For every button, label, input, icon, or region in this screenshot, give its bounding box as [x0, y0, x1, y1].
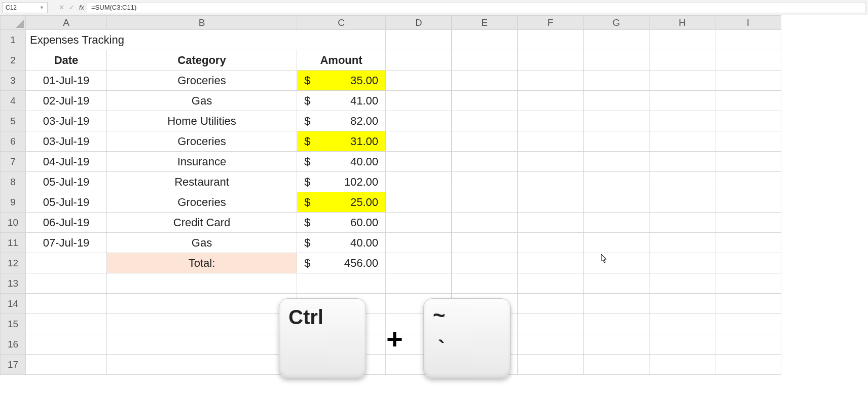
empty-cell[interactable]	[386, 172, 452, 192]
empty-cell[interactable]	[649, 50, 715, 71]
empty-cell[interactable]	[107, 355, 297, 375]
cell-category[interactable]: Groceries	[107, 131, 297, 152]
column-header-A[interactable]: A	[26, 16, 107, 30]
cancel-formula-icon[interactable]: ✕	[56, 4, 66, 11]
empty-cell[interactable]	[452, 233, 518, 253]
spreadsheet-grid[interactable]: ABCDEFGHI 1Expenses Tracking2DateCategor…	[0, 15, 868, 375]
cell-date[interactable]: 05-Jul-19	[26, 192, 107, 213]
cell-amount[interactable]: $31.00	[297, 131, 386, 152]
empty-cell[interactable]	[26, 253, 107, 273]
total-label[interactable]: Total:	[107, 253, 297, 273]
cell-date[interactable]: 03-Jul-19	[26, 111, 107, 131]
empty-cell[interactable]	[518, 314, 584, 334]
empty-cell[interactable]	[715, 50, 781, 71]
row-header-9[interactable]: 9	[1, 192, 26, 213]
empty-cell[interactable]	[297, 334, 386, 355]
column-header-D[interactable]: D	[386, 16, 452, 30]
empty-cell[interactable]	[715, 253, 781, 273]
column-header-E[interactable]: E	[452, 16, 518, 30]
empty-cell[interactable]	[452, 152, 518, 172]
cell-amount[interactable]: $35.00	[297, 71, 386, 91]
empty-cell[interactable]	[518, 91, 584, 111]
empty-cell[interactable]	[715, 192, 781, 213]
row-header-13[interactable]: 13	[1, 273, 26, 294]
cell-amount[interactable]: $40.00	[297, 152, 386, 172]
empty-cell[interactable]	[452, 314, 518, 334]
empty-cell[interactable]	[715, 131, 781, 152]
empty-cell[interactable]	[715, 152, 781, 172]
cell-category[interactable]: Groceries	[107, 192, 297, 213]
empty-cell[interactable]	[518, 30, 584, 50]
empty-cell[interactable]	[715, 314, 781, 334]
empty-cell[interactable]	[297, 314, 386, 334]
empty-cell[interactable]	[452, 30, 518, 50]
empty-cell[interactable]	[518, 334, 584, 355]
cell-category[interactable]: Insurance	[107, 152, 297, 172]
select-all-corner[interactable]	[1, 16, 26, 30]
empty-cell[interactable]	[584, 111, 649, 131]
empty-cell[interactable]	[584, 253, 649, 273]
empty-cell[interactable]	[584, 192, 649, 213]
cell-category[interactable]: Gas	[107, 91, 297, 111]
empty-cell[interactable]	[386, 314, 452, 334]
empty-cell[interactable]	[584, 334, 649, 355]
empty-cell[interactable]	[26, 294, 107, 314]
empty-cell[interactable]	[386, 131, 452, 152]
empty-cell[interactable]	[386, 91, 452, 111]
empty-cell[interactable]	[584, 273, 649, 294]
empty-cell[interactable]	[452, 71, 518, 91]
empty-cell[interactable]	[649, 213, 715, 233]
row-header-10[interactable]: 10	[1, 213, 26, 233]
empty-cell[interactable]	[649, 233, 715, 253]
empty-cell[interactable]	[452, 111, 518, 131]
row-header-1[interactable]: 1	[1, 30, 26, 50]
cell-category[interactable]: Home Utilities	[107, 111, 297, 131]
column-header-I[interactable]: I	[715, 16, 781, 30]
column-header-F[interactable]: F	[518, 16, 584, 30]
cell-amount[interactable]: $40.00	[297, 233, 386, 253]
empty-cell[interactable]	[584, 314, 649, 334]
header-date[interactable]: Date	[26, 50, 107, 71]
row-header-7[interactable]: 7	[1, 152, 26, 172]
empty-cell[interactable]	[715, 233, 781, 253]
row-header-6[interactable]: 6	[1, 131, 26, 152]
empty-cell[interactable]	[715, 71, 781, 91]
empty-cell[interactable]	[452, 91, 518, 111]
cell-amount[interactable]: $60.00	[297, 213, 386, 233]
cell-date[interactable]: 03-Jul-19	[26, 131, 107, 152]
empty-cell[interactable]	[452, 172, 518, 192]
empty-cell[interactable]	[297, 273, 386, 294]
empty-cell[interactable]	[518, 172, 584, 192]
empty-cell[interactable]	[715, 111, 781, 131]
empty-cell[interactable]	[297, 355, 386, 375]
empty-cell[interactable]	[452, 355, 518, 375]
header-category[interactable]: Category	[107, 50, 297, 71]
empty-cell[interactable]	[584, 213, 649, 233]
cell-amount[interactable]: $102.00	[297, 172, 386, 192]
empty-cell[interactable]	[386, 152, 452, 172]
empty-cell[interactable]	[518, 131, 584, 152]
empty-cell[interactable]	[715, 273, 781, 294]
accept-formula-icon[interactable]: ✓	[66, 4, 77, 11]
header-amount[interactable]: Amount	[297, 50, 386, 71]
empty-cell[interactable]	[386, 30, 452, 50]
empty-cell[interactable]	[386, 71, 452, 91]
empty-cell[interactable]	[649, 91, 715, 111]
empty-cell[interactable]	[386, 273, 452, 294]
empty-cell[interactable]	[386, 50, 452, 71]
empty-cell[interactable]	[584, 30, 649, 50]
cell-date[interactable]: 07-Jul-19	[26, 233, 107, 253]
empty-cell[interactable]	[26, 314, 107, 334]
empty-cell[interactable]	[649, 294, 715, 314]
empty-cell[interactable]	[518, 192, 584, 213]
empty-cell[interactable]	[649, 172, 715, 192]
empty-cell[interactable]	[386, 334, 452, 355]
empty-cell[interactable]	[715, 294, 781, 314]
empty-cell[interactable]	[386, 253, 452, 273]
empty-cell[interactable]	[649, 71, 715, 91]
empty-cell[interactable]	[386, 355, 452, 375]
empty-cell[interactable]	[518, 111, 584, 131]
cell-category[interactable]: Groceries	[107, 71, 297, 91]
empty-cell[interactable]	[649, 30, 715, 50]
empty-cell[interactable]	[518, 50, 584, 71]
